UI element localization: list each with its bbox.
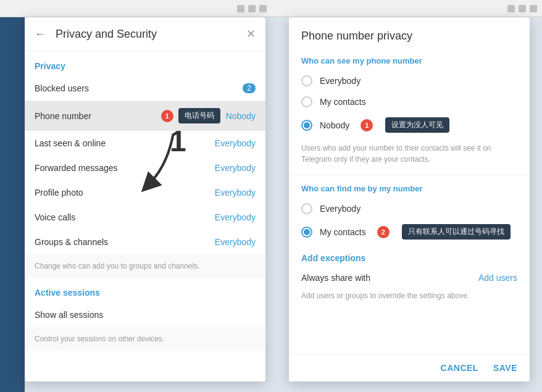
forwarded-value: Everybody <box>215 163 256 173</box>
sidebar-nav <box>0 17 25 392</box>
radio-find-everybody-circle <box>301 203 312 214</box>
dialog-title: Phone number privacy <box>301 30 517 43</box>
radio-contacts-circle <box>301 96 312 107</box>
radio-everybody-circle <box>301 75 312 86</box>
dialog-actions: CANCEL SAVE <box>289 354 530 382</box>
last-seen-value: Everybody <box>215 138 256 148</box>
radio-contacts-label: My contacts <box>320 97 366 107</box>
groups-value: Everybody <box>215 237 256 247</box>
show-sessions-label: Show all sessions <box>35 310 256 320</box>
close-btn-left[interactable] <box>259 5 267 12</box>
radio-find-everybody-label: Everybody <box>320 204 361 214</box>
radio-find-contacts-dot <box>304 229 310 235</box>
radio-nobody-circle <box>301 120 312 131</box>
profile-photo-item[interactable]: Profile photo Everybody <box>25 180 265 205</box>
annotation-badge-1: 1 <box>161 110 173 122</box>
who-can-see-label: Who can see my phone number <box>289 50 530 70</box>
always-share-label: Always share with <box>301 273 478 283</box>
groups-label: Groups & channels <box>35 237 215 247</box>
panel-content: Privacy Blocked users 2 Phone number 1 电… <box>25 51 265 381</box>
add-exceptions-label: Add exceptions <box>289 244 530 268</box>
cn-tooltip-nobody: 设置为没人可见 <box>385 117 449 133</box>
radio-nobody[interactable]: Nobody 1 设置为没人可见 <box>289 112 530 138</box>
maximize-btn[interactable] <box>248 5 256 12</box>
dialog-header: Phone number privacy <box>289 17 530 50</box>
radio-find-contacts-circle <box>301 227 312 238</box>
phone-number-label: Phone number <box>35 111 157 121</box>
voice-calls-item[interactable]: Voice calls Everybody <box>25 205 265 230</box>
add-users-button[interactable]: Add users <box>478 273 517 283</box>
cn-tooltip-find: 只有联系人可以通过号码寻找 <box>402 224 511 240</box>
forwarded-label: Forwarded messages <box>35 163 215 173</box>
profile-photo-label: Profile photo <box>35 188 215 198</box>
blocked-users-label: Blocked users <box>35 83 243 93</box>
panel-header: ← Privacy and Security ✕ <box>25 17 265 51</box>
active-sessions-label: Active sessions <box>25 278 265 302</box>
privacy-security-panel: ← Privacy and Security ✕ Privacy Blocked… <box>25 17 265 382</box>
blocked-users-item[interactable]: Blocked users 2 <box>25 76 265 101</box>
radio-find-contacts[interactable]: My contacts 2 只有联系人可以通过号码寻找 <box>289 219 530 244</box>
privacy-desc: Change who can add you to groups and cha… <box>25 254 265 278</box>
left-titlebar <box>0 0 272 17</box>
last-seen-item[interactable]: Last seen & online Everybody <box>25 131 265 156</box>
back-button[interactable]: ← <box>35 28 46 41</box>
privacy-section-label: Privacy <box>25 51 265 76</box>
groups-item[interactable]: Groups & channels Everybody <box>25 230 265 254</box>
forwarded-item[interactable]: Forwarded messages Everybody <box>25 156 265 180</box>
phone-number-value: Nobody <box>226 111 256 121</box>
always-share-row: Always share with Add users <box>289 268 530 288</box>
radio-find-contacts-label: My contacts <box>320 227 366 237</box>
divider-1 <box>289 175 530 175</box>
close-btn-right[interactable] <box>530 5 537 12</box>
maximize-btn-r[interactable] <box>519 5 526 12</box>
phone-privacy-panel: Phone number privacy Who can see my phon… <box>289 17 530 382</box>
who-can-find-label: Who can find me by my number <box>289 178 530 198</box>
save-button[interactable]: SAVE <box>493 363 517 373</box>
cancel-button[interactable]: CANCEL <box>441 363 478 373</box>
minimize-btn[interactable] <box>237 5 244 12</box>
annotation-tooltip-cn: 电话号码 <box>178 108 220 123</box>
phone-info-text: Users who add your number to their conta… <box>289 138 530 172</box>
blocked-users-badge: 2 <box>243 83 256 93</box>
minimize-btn-r[interactable] <box>507 5 515 12</box>
exception-desc: Add users or groups to override the sett… <box>289 288 530 307</box>
profile-photo-value: Everybody <box>215 188 256 198</box>
annot-badge-find: 2 <box>377 226 390 238</box>
last-seen-label: Last seen & online <box>35 138 215 148</box>
radio-everybody[interactable]: Everybody <box>289 70 530 91</box>
radio-find-everybody[interactable]: Everybody <box>289 198 530 219</box>
radio-nobody-dot <box>304 122 310 128</box>
sessions-desc: Control your sessions on other devices. <box>25 327 265 351</box>
right-titlebar <box>272 0 542 17</box>
radio-nobody-label: Nobody <box>320 120 349 130</box>
radio-everybody-label: Everybody <box>320 76 361 86</box>
phone-number-item[interactable]: Phone number 1 电话号码 Nobody <box>25 101 265 131</box>
annot-badge-nobody: 1 <box>361 119 373 131</box>
radio-my-contacts[interactable]: My contacts <box>289 91 530 112</box>
show-sessions-item[interactable]: Show all sessions <box>25 302 265 327</box>
voice-calls-label: Voice calls <box>35 212 215 222</box>
voice-calls-value: Everybody <box>215 212 256 222</box>
close-panel-button[interactable]: ✕ <box>246 27 256 41</box>
panel-title: Privacy and Security <box>56 28 236 41</box>
